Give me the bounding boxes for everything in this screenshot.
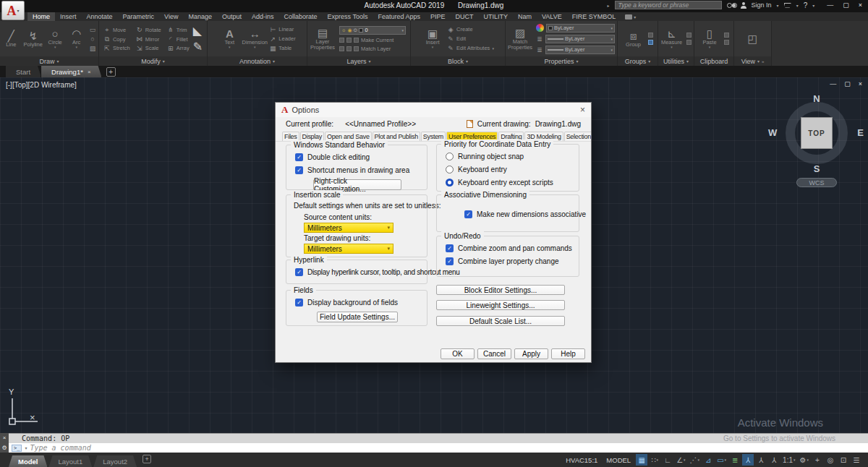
help-chevron-icon[interactable]: ▾ xyxy=(812,3,814,8)
ellipse-icon[interactable]: ○ xyxy=(89,35,96,43)
annotation-scale-icon[interactable]: ⅄ xyxy=(768,454,780,466)
ribbon-tab-addins[interactable]: Add-ins xyxy=(247,12,279,21)
quick-calc-icon[interactable] xyxy=(686,40,692,45)
snap-mode-icon[interactable]: ∷▾ xyxy=(649,454,660,466)
doc-restore-button[interactable]: ▢ xyxy=(844,80,851,87)
default-scale-list-button[interactable]: Default Scale List... xyxy=(436,316,565,326)
panel-label-draw[interactable]: Draw ▾ xyxy=(0,56,98,66)
annotation-visibility-icon[interactable]: ⅄ xyxy=(742,454,754,466)
viewcube-north[interactable]: N xyxy=(777,93,856,104)
tool-fillet[interactable]: ◜Fillet xyxy=(167,35,190,43)
ribbon-tab-duct[interactable]: DUCT xyxy=(450,12,478,21)
tool-leader[interactable]: ↗Leader xyxy=(269,35,295,43)
current-scale-indicator[interactable]: 1:1▾ xyxy=(781,454,796,466)
rectangle-icon[interactable]: ▭ xyxy=(89,26,96,33)
tool-text[interactable]: A Text ▾ xyxy=(218,27,240,50)
checkbox-combine-layer-property[interactable]: ✓ Combine layer property change xyxy=(446,257,574,265)
tool-paste[interactable]: ▯ Paste ▾ xyxy=(699,27,720,50)
ribbon-tab-valve[interactable]: VALVE xyxy=(537,12,567,21)
clean-screen-icon[interactable]: ⊡ xyxy=(838,454,849,466)
window-minimize-button[interactable]: — xyxy=(827,1,833,9)
wcs-menu[interactable]: WCS xyxy=(796,178,837,187)
new-tab-button[interactable]: + xyxy=(106,67,116,77)
polar-tracking-icon[interactable]: ∠▾ xyxy=(675,454,686,466)
tool-copy[interactable]: ⧉Copy xyxy=(103,35,130,43)
panel-label-modify[interactable]: Modify ▾ xyxy=(99,56,207,66)
binoculars-search-icon[interactable] xyxy=(727,3,736,7)
layout-tab-model[interactable]: Model xyxy=(9,455,47,467)
object-snap-tracking-icon[interactable]: ⊿ xyxy=(702,454,714,466)
file-tab-start[interactable]: Start xyxy=(6,66,41,77)
doc-close-button[interactable]: × xyxy=(859,80,862,87)
source-units-dropdown[interactable]: Millimeters ▾ xyxy=(304,223,393,233)
tool-measure[interactable]: ⊾ Measure ▾ xyxy=(661,27,683,50)
layout-tab-layout1[interactable]: Layout1 xyxy=(48,455,92,467)
checkbox-field-background[interactable]: ✓ Display background of fields xyxy=(295,299,422,307)
tool-layer-properties[interactable]: ▤ Layer Properties xyxy=(310,27,336,51)
window-restore-button[interactable]: ▢ xyxy=(843,1,849,9)
tool-edit-attributes[interactable]: ✎Edit Attributes▾ xyxy=(447,45,494,52)
keyword-search-input[interactable] xyxy=(615,1,722,9)
ortho-mode-icon[interactable]: ∟ xyxy=(662,454,673,466)
panel-label-clipboard[interactable]: Clipboard xyxy=(694,56,733,66)
hvac-scale-indicator[interactable]: HVAC15:1 xyxy=(562,456,601,464)
checkbox-shortcut-menus[interactable]: ✓ Shortcut menus in drawing area xyxy=(295,166,422,174)
ribbon-tab-pipe[interactable]: PIPE xyxy=(425,12,451,21)
tool-polyline[interactable]: ↯ Polyline xyxy=(24,30,43,48)
sign-in-button[interactable]: Sign In xyxy=(752,1,772,9)
new-layout-button[interactable]: + xyxy=(142,455,151,463)
explode-icon[interactable]: ✎ xyxy=(193,40,203,53)
help-icon[interactable]: ? xyxy=(804,1,808,9)
tool-group[interactable]: ⧈ Group xyxy=(623,30,644,48)
hatch-icon[interactable]: ▨ xyxy=(89,45,96,52)
tool-stretch[interactable]: ⇱Stretch xyxy=(103,45,130,52)
panel-label-layers[interactable]: Layers ▾ xyxy=(307,56,410,66)
ribbon-tab-manage[interactable]: Manage xyxy=(183,12,217,21)
isodraft-icon[interactable]: ⋰▾ xyxy=(689,454,702,466)
radio-keyboard-entry-except-scripts[interactable]: Keyboard entry except scripts xyxy=(446,179,574,187)
ribbon-tab-annotate[interactable]: Annotate xyxy=(82,12,118,21)
recent-commands-chevron-icon[interactable]: ▾ xyxy=(25,445,27,450)
ribbon-tab-parametric[interactable]: Parametric xyxy=(118,12,160,21)
tool-edit-block[interactable]: ✎Edit xyxy=(447,35,466,43)
checkbox-double-click-editing[interactable]: ✓ Double click editing xyxy=(295,153,422,161)
tool-move[interactable]: ⌖Move xyxy=(103,26,130,34)
isolate-objects-icon[interactable]: ◎ xyxy=(825,454,836,466)
object-color-dropdown[interactable]: ByLayer ▾ xyxy=(546,24,615,33)
panel-label-block[interactable]: Block ▾ xyxy=(411,56,505,66)
tool-line[interactable]: ╱ Line xyxy=(2,30,20,48)
right-click-customization-button[interactable]: Right-click Customization... xyxy=(313,179,401,190)
panel-label-annotation[interactable]: Annotation ▾ xyxy=(208,56,307,66)
cut-clip-icon[interactable] xyxy=(724,40,729,45)
tool-rotate[interactable]: ↻Rotate xyxy=(136,26,161,34)
ribbon-tab-insert[interactable]: Insert xyxy=(55,12,82,21)
layout-tab-layout2[interactable]: Layout2 xyxy=(93,455,137,467)
viewcube-east[interactable]: E xyxy=(857,127,864,138)
tool-array[interactable]: ⊞Array xyxy=(167,45,190,52)
panel-label-properties[interactable]: Properties ▾ xyxy=(506,56,617,66)
view-cube[interactable]: N W E S TOP WCS xyxy=(777,93,856,187)
layer-dropdown[interactable]: ☼ ◉ ⊙ 0 ▾ xyxy=(339,26,406,35)
file-tab-drawing1[interactable]: Drawing1* × xyxy=(41,66,102,77)
ribbon-tab-view[interactable]: View xyxy=(159,12,183,21)
command-input[interactable] xyxy=(30,444,868,452)
cancel-button[interactable]: Cancel xyxy=(477,348,511,359)
target-units-dropdown[interactable]: Millimeters ▾ xyxy=(304,244,393,254)
tool-circle[interactable]: ○ Circle ▾ xyxy=(46,27,64,50)
viewport-controls[interactable]: [-][Top][2D Wireframe] xyxy=(6,81,77,89)
color-wheel-icon[interactable] xyxy=(536,24,544,32)
tool-view[interactable]: ◰ xyxy=(742,33,764,45)
workspace-switching-icon[interactable]: ⚙▾ xyxy=(799,454,810,466)
block-editor-settings-button[interactable]: Block Editor Settings... xyxy=(436,285,565,295)
object-snap-icon[interactable]: ▭▾ xyxy=(715,454,728,466)
tool-scale[interactable]: ⇲Scale xyxy=(136,45,161,52)
tool-dimension[interactable]: ↔ Dimension ▾ xyxy=(244,27,265,50)
help-button[interactable]: Help xyxy=(551,348,585,359)
ribbon-tab-featured-apps[interactable]: Featured Apps xyxy=(373,12,425,21)
erase-icon[interactable]: ◣ xyxy=(193,24,202,38)
annotation-monitor-icon[interactable]: + xyxy=(812,454,823,466)
field-update-settings-button[interactable]: Field Update Settings... xyxy=(317,312,398,322)
panel-label-view[interactable]: View ▾ » xyxy=(734,56,771,66)
tool-mirror[interactable]: ⋈Mirror xyxy=(136,35,161,43)
tool-match-layer[interactable]: Match Layer xyxy=(339,46,391,52)
